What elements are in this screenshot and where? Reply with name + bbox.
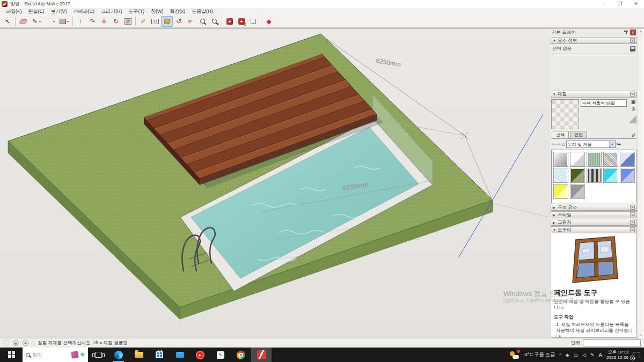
menu-draw[interactable]: 그리기(R) bbox=[98, 8, 126, 15]
measurement-box[interactable] bbox=[583, 339, 641, 346]
menu-edit[interactable]: 편집(E) bbox=[25, 8, 48, 15]
secondary-pane-icon[interactable]: ▣ bbox=[630, 99, 636, 105]
material-swatch[interactable] bbox=[603, 168, 618, 183]
line-tool[interactable]: ✎ bbox=[29, 16, 41, 27]
category-dropdown[interactable]: 유리 및 거울 ▼ bbox=[566, 141, 616, 148]
zoom-tool[interactable] bbox=[196, 16, 208, 27]
menu-window[interactable]: 창(W) bbox=[148, 8, 167, 15]
tab-select[interactable]: 선택 bbox=[552, 131, 569, 138]
orbit-tool[interactable]: ↺ bbox=[173, 16, 185, 27]
search-input[interactable] bbox=[32, 352, 69, 358]
components-close[interactable]: ✕ bbox=[630, 205, 635, 210]
forward-arrow-icon[interactable]: ⇨ bbox=[557, 142, 561, 147]
material-swatch[interactable] bbox=[570, 168, 585, 183]
arc-tool[interactable]: ⌒ bbox=[43, 16, 55, 27]
rotate-tool[interactable]: ↻ bbox=[110, 16, 122, 27]
zoom-extents-tool[interactable]: ✕ bbox=[208, 16, 220, 27]
shape-tool[interactable] bbox=[57, 16, 69, 27]
hidden-icons-chevron[interactable]: ^ bbox=[559, 352, 561, 357]
details-arrow-icon[interactable]: ↪ bbox=[617, 142, 621, 147]
instructor-header[interactable]: ▼ 도우미 ✕ bbox=[551, 226, 637, 233]
styles-header[interactable]: ▶ 스타일 ✕ bbox=[551, 211, 637, 218]
taskbar-app-snip[interactable]: ✎ bbox=[210, 348, 231, 362]
back-arrow-icon[interactable]: ⇦ bbox=[552, 142, 556, 147]
follow-me-tool[interactable]: ↷ bbox=[86, 16, 98, 27]
taskbar-app-youtube-music[interactable]: ▶ bbox=[190, 348, 210, 362]
material-swatch[interactable] bbox=[587, 152, 602, 167]
material-swatch[interactable] bbox=[553, 152, 568, 167]
shadows-close[interactable]: ✕ bbox=[630, 220, 635, 225]
restore-button[interactable]: ❐ bbox=[612, 0, 628, 8]
volume-tray-icon[interactable]: ◁ bbox=[582, 352, 586, 358]
material-swatch[interactable] bbox=[620, 168, 635, 183]
taskbar-app-edge[interactable] bbox=[108, 348, 129, 362]
security-tray-icon[interactable]: ◈ bbox=[566, 352, 569, 358]
push-pull-tool[interactable]: ↑ bbox=[75, 16, 86, 27]
shadows-header[interactable]: ▶ 그림자 ✕ bbox=[551, 219, 637, 226]
material-swatch[interactable] bbox=[570, 184, 585, 199]
menu-help[interactable]: 도움말(H) bbox=[188, 8, 216, 15]
start-button[interactable] bbox=[0, 348, 23, 362]
extension-warehouse-button[interactable] bbox=[236, 16, 247, 27]
paint-bucket-tool[interactable] bbox=[161, 16, 173, 27]
task-view-button[interactable] bbox=[88, 348, 108, 362]
festive-icon[interactable]: ❋ bbox=[80, 352, 85, 358]
material-swatch[interactable] bbox=[603, 152, 618, 167]
sample-corner-icon[interactable] bbox=[628, 115, 636, 123]
menu-file[interactable]: 파일(F) bbox=[3, 8, 25, 15]
taskbar-app-chrome[interactable] bbox=[231, 348, 251, 362]
taskbar-app-mail[interactable] bbox=[170, 348, 190, 362]
components-header[interactable]: ▶ 구성 요소 ✕ bbox=[551, 204, 637, 211]
network-tray-icon[interactable]: ▭ bbox=[574, 352, 579, 358]
share-model-button[interactable]: ❏ bbox=[247, 16, 259, 27]
extensions-button[interactable]: ◆ bbox=[263, 16, 275, 27]
pin-icon[interactable] bbox=[624, 31, 628, 35]
taskbar-search[interactable]: ❋ bbox=[23, 348, 88, 362]
tape-measure-tool[interactable]: ✐ bbox=[137, 16, 149, 27]
3d-warehouse-button[interactable] bbox=[224, 16, 236, 27]
styles-close[interactable]: ✕ bbox=[630, 212, 635, 217]
entity-info-close[interactable]: ✕ bbox=[630, 38, 635, 43]
materials-header[interactable]: ▼ 재질 ✕ bbox=[551, 91, 637, 98]
taskbar-clock[interactable]: 오후 10:13 2023-12-26 bbox=[606, 350, 628, 360]
scroll-up-icon[interactable]: ▲ bbox=[640, 29, 642, 33]
material-swatch[interactable] bbox=[553, 184, 568, 199]
menu-extensions[interactable]: 확장(x) bbox=[167, 8, 189, 15]
entity-info-header[interactable]: ▼ 요소 정보 ✕ bbox=[551, 37, 637, 44]
create-material-icon[interactable]: ⊕ bbox=[630, 106, 636, 112]
select-tool[interactable]: ↖ bbox=[2, 16, 13, 27]
tab-edit[interactable]: 편집 bbox=[570, 131, 587, 138]
help-icon[interactable]: ☻ bbox=[23, 340, 28, 346]
move-tool[interactable]: ✛ bbox=[98, 16, 110, 27]
model-viewport[interactable]: 6250mm 6250mm bbox=[0, 28, 550, 338]
materials-close[interactable]: ✕ bbox=[630, 92, 635, 97]
taskbar-app-sketchup[interactable] bbox=[251, 348, 272, 362]
menu-camera[interactable]: 카메라(C) bbox=[70, 8, 98, 15]
pen-tray-icon[interactable]: ✎ bbox=[590, 352, 595, 358]
material-swatch[interactable] bbox=[587, 168, 602, 183]
text-tool[interactable]: A3 bbox=[149, 16, 161, 27]
close-button[interactable]: ✕ bbox=[628, 0, 644, 8]
tray-close-button[interactable]: ✕ bbox=[630, 29, 636, 35]
taskbar-app-file-explorer[interactable] bbox=[129, 348, 149, 362]
weather-text[interactable]: -3°C 구름 조금 bbox=[523, 351, 555, 358]
pan-tool[interactable]: ☛ bbox=[185, 16, 196, 27]
news-cards-icon[interactable] bbox=[71, 351, 79, 359]
credits-icon[interactable]: ◉ bbox=[13, 340, 19, 346]
eyedropper-icon[interactable]: ✐ bbox=[632, 132, 636, 138]
geolocation-icon[interactable] bbox=[3, 340, 9, 346]
scroll-down-icon[interactable]: ▼ bbox=[640, 334, 642, 337]
ime-indicator[interactable]: A bbox=[599, 352, 603, 358]
instructor-close[interactable]: ✕ bbox=[630, 227, 635, 232]
menu-view[interactable]: 보기(V) bbox=[48, 8, 70, 15]
eraser-tool[interactable] bbox=[17, 16, 29, 27]
scale-tool[interactable]: ↗ bbox=[122, 16, 134, 27]
weather-icon[interactable] bbox=[510, 351, 519, 359]
material-swatch[interactable] bbox=[620, 152, 635, 167]
menu-tools[interactable]: 도구(T) bbox=[126, 8, 148, 15]
material-swatch[interactable] bbox=[570, 152, 585, 167]
action-center-icon[interactable]: 4 bbox=[633, 352, 640, 358]
material-name-field[interactable] bbox=[581, 99, 627, 107]
minimize-button[interactable]: – bbox=[596, 0, 612, 8]
taskbar-app-store[interactable] bbox=[149, 348, 170, 362]
